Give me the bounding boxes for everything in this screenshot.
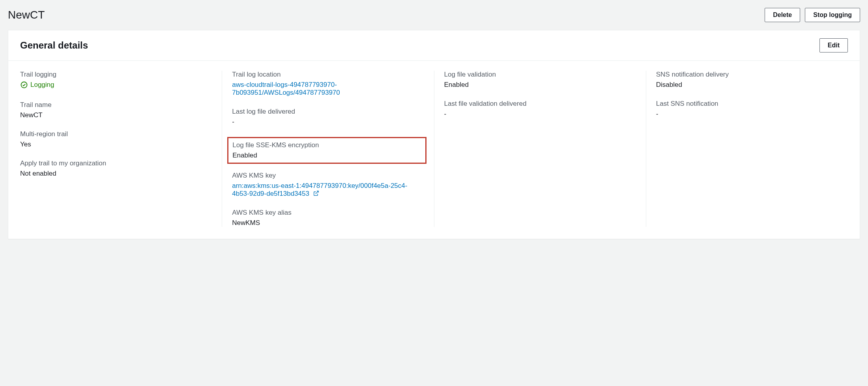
field-value: NewKMS xyxy=(232,219,424,227)
column-2: Trail log location aws-cloudtrail-logs-4… xyxy=(222,71,434,227)
field-label: Log file validation xyxy=(444,71,636,79)
field-last-validation: Last file validation delivered - xyxy=(444,100,636,118)
field-last-log: Last log file delivered - xyxy=(232,108,424,126)
field-trail-logging: Trail logging Logging xyxy=(20,71,212,90)
field-last-sns: Last SNS notification - xyxy=(656,100,848,118)
field-multi-region: Multi-region trail Yes xyxy=(20,130,212,148)
column-4: SNS notification delivery Disabled Last … xyxy=(646,71,848,227)
field-kms-key: AWS KMS key arn:aws:kms:us-east-1:494787… xyxy=(232,172,424,198)
field-value: Not enabled xyxy=(20,170,212,178)
log-location-link[interactable]: aws-cloudtrail-logs-494787793970-7b09395… xyxy=(232,81,424,97)
panel-title: General details xyxy=(20,40,88,51)
edit-button[interactable]: Edit xyxy=(819,38,848,52)
kms-key-text: arn:aws:kms:us-east-1:494787793970:key/0… xyxy=(232,182,407,197)
field-label: Log file SSE-KMS encryption xyxy=(232,141,421,149)
field-label: Trail name xyxy=(20,101,212,109)
field-label: Multi-region trail xyxy=(20,130,212,138)
field-label: AWS KMS key xyxy=(232,172,424,180)
field-label: Last log file delivered xyxy=(232,108,424,116)
field-sse-kms: Log file SSE-KMS encryption Enabled xyxy=(232,141,421,159)
kms-key-link[interactable]: arn:aws:kms:us-east-1:494787793970:key/0… xyxy=(232,182,424,198)
page-header: NewCT Delete Stop logging xyxy=(8,8,860,22)
column-1: Trail logging Logging Trail name NewCT M… xyxy=(20,71,222,227)
field-sns: SNS notification delivery Disabled xyxy=(656,71,848,89)
field-label: AWS KMS key alias xyxy=(232,209,424,217)
field-label: Last file validation delivered xyxy=(444,100,636,108)
field-value: Enabled xyxy=(232,152,421,159)
field-value: Yes xyxy=(20,141,212,148)
field-label: SNS notification delivery xyxy=(656,71,848,79)
delete-button[interactable]: Delete xyxy=(765,8,800,22)
page-title: NewCT xyxy=(8,9,45,21)
field-label: Trail logging xyxy=(20,71,212,79)
field-kms-alias: AWS KMS key alias NewKMS xyxy=(232,209,424,227)
general-details-panel: General details Edit Trail logging Loggi… xyxy=(8,30,860,239)
field-log-location: Trail log location aws-cloudtrail-logs-4… xyxy=(232,71,424,97)
field-value: Disabled xyxy=(656,81,848,89)
panel-body: Trail logging Logging Trail name NewCT M… xyxy=(8,61,860,239)
field-value: - xyxy=(656,110,848,118)
stop-logging-button[interactable]: Stop logging xyxy=(805,8,860,22)
column-3: Log file validation Enabled Last file va… xyxy=(434,71,646,227)
check-circle-icon xyxy=(20,81,28,89)
field-value: Enabled xyxy=(444,81,636,89)
header-actions: Delete Stop logging xyxy=(765,8,860,22)
field-value: NewCT xyxy=(20,111,212,119)
status-text: Logging xyxy=(30,81,54,89)
field-apply-org: Apply trail to my organization Not enabl… xyxy=(20,159,212,178)
field-trail-name: Trail name NewCT xyxy=(20,101,212,119)
field-value: - xyxy=(444,110,636,118)
panel-header: General details Edit xyxy=(8,30,860,61)
external-link-icon xyxy=(313,190,319,197)
field-label: Trail log location xyxy=(232,71,424,79)
field-value: - xyxy=(232,118,424,126)
field-label: Apply trail to my organization xyxy=(20,159,212,167)
highlight-sse-kms: Log file SSE-KMS encryption Enabled xyxy=(227,137,426,164)
field-log-validation: Log file validation Enabled xyxy=(444,71,636,89)
status-logging: Logging xyxy=(20,81,54,89)
field-label: Last SNS notification xyxy=(656,100,848,108)
